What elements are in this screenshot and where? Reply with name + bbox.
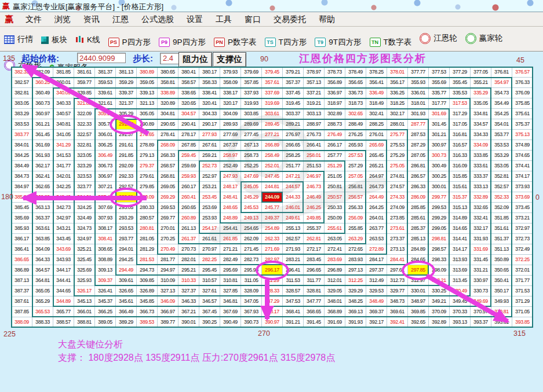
toolbar-item-T四方形[interactable]: TST四方形	[261, 31, 311, 54]
grid-cell: 312.73	[387, 276, 408, 286]
grid-cell: 326.17	[74, 286, 95, 296]
grid-cell: 328.57	[283, 286, 304, 296]
grid-cell: 370.09	[429, 307, 450, 317]
grid-cell: 300.97	[429, 140, 450, 151]
start-price-label: 起始价格:	[21, 53, 59, 64]
grid-cell: 305.05	[137, 109, 158, 119]
grid-cell: 250.57	[325, 192, 345, 203]
toolbar-item-9T四方形[interactable]: T99T四方形	[311, 31, 365, 54]
grid-cell: 303.85	[241, 109, 262, 119]
grid-cell: 312.25	[345, 276, 366, 286]
grid-cell: 392.65	[408, 317, 429, 328]
grid-cell: 313.69	[450, 265, 471, 276]
grid-cell: 310.81	[220, 276, 241, 286]
start-price-input[interactable]	[77, 53, 126, 63]
grid-cell: 382.81	[12, 88, 32, 98]
t-number-icon: TN	[370, 38, 381, 47]
menu-item-浏览[interactable]: 浏览	[48, 14, 77, 25]
grid-cell: 376.33	[512, 78, 533, 88]
menu-item-公式选股[interactable]: 公式选股	[135, 14, 180, 25]
toolbar-item-赢家轮[interactable]: 赢家轮	[461, 27, 507, 50]
grid-cell: 326.65	[116, 286, 137, 296]
grid-cell: 330.01	[408, 286, 429, 296]
footer-analysis-line: 支撑： 180度2928点 135度2911点 压力:270度2961点 315…	[58, 352, 335, 364]
grid-cell: 381.13	[116, 67, 137, 78]
grid-cell: 285.13	[408, 234, 429, 244]
grid-cell: 391.93	[345, 317, 366, 328]
grid-cell: 347.05	[241, 296, 262, 307]
grid-cell: 316.57	[450, 140, 471, 151]
support-button[interactable]: 支撑位	[213, 52, 246, 67]
grid-cell: 268.57	[158, 161, 178, 171]
grid-cell: 258.01	[304, 151, 325, 161]
toolbar-item-K线[interactable]: K线	[71, 28, 104, 52]
grid-cell: 308.17	[95, 224, 116, 234]
grid-cell: 247.69	[241, 171, 262, 182]
grid-cell: 319.21	[304, 98, 325, 109]
grid-cell: 244.81	[262, 182, 283, 192]
grid-cell: 371.29	[512, 296, 533, 307]
grid-cell: 317.05	[450, 119, 471, 130]
grid-cell: 356.65	[345, 78, 366, 88]
grid-cell: 267.37	[220, 140, 241, 151]
gann-wheel-icon	[420, 33, 431, 44]
grid-cell: 270.73	[178, 244, 199, 255]
grid-cell: 351.37	[491, 234, 512, 244]
grid-cell: 333.37	[471, 171, 491, 182]
menu-item-交易委托[interactable]: 交易委托	[267, 14, 312, 25]
menu-item-帮助[interactable]: 帮助	[312, 14, 341, 25]
grid-cell: 339.85	[74, 88, 95, 98]
grid-cell: 385.93	[12, 224, 32, 234]
grid-cell: 345.37	[95, 296, 116, 307]
grid-cell: 293.77	[116, 234, 137, 244]
toolbar-item-P四方形[interactable]: PSP四方形	[104, 31, 155, 54]
grid-cell: 384.01	[12, 140, 32, 151]
grid-cell: 358.09	[220, 78, 241, 88]
corner-label-225: 225	[3, 330, 16, 338]
grid-cell: 296.89	[325, 265, 345, 276]
grid-cell: 367.93	[241, 307, 262, 317]
grid-cell: 290.41	[178, 119, 199, 130]
grid-cell: 331.45	[471, 255, 491, 265]
grid-cell: 386.65	[12, 255, 32, 265]
grid-cell: 245.77	[262, 203, 283, 213]
grid-cell: 347.77	[304, 296, 325, 307]
menu-item-设置[interactable]: 设置	[180, 14, 209, 25]
toolbar-item-行情[interactable]: 行情	[0, 28, 37, 51]
grid-cell: 282.73	[241, 255, 262, 265]
grid-cell: 366.25	[95, 307, 116, 317]
grid-cell: 264.49	[366, 192, 387, 203]
corner-label-135: 135	[3, 54, 15, 63]
menu-item-资讯[interactable]: 资讯	[77, 14, 106, 25]
resistance-button[interactable]: 阻力位	[178, 52, 212, 67]
toolbar-label: 板块	[52, 35, 67, 45]
grid-cell: 342.25	[53, 182, 74, 192]
grid-cell: 265.45	[366, 151, 387, 161]
grid-cell: 365.53	[32, 307, 53, 317]
grid-cell: 271.93	[283, 244, 304, 255]
grid-cell: 279.85	[137, 182, 158, 192]
grid-cell: 322.33	[74, 119, 95, 130]
toolbar-item-P数字表[interactable]: PNP数字表	[210, 31, 261, 54]
grid-cell: 313.93	[450, 255, 471, 265]
menu-item-江恩[interactable]: 江恩	[106, 14, 135, 25]
grid-cell: 297.37	[366, 265, 387, 276]
toolbar-item-江恩轮[interactable]: 江恩轮	[416, 27, 461, 50]
grid-cell: 351.85	[491, 213, 512, 224]
toolbar-item-板块[interactable]: 板块	[37, 28, 71, 52]
grid-cell: 354.73	[491, 88, 512, 98]
grid-cell: 352.09	[491, 203, 512, 213]
grid-cell: 265.69	[366, 140, 387, 151]
menu-item-窗口[interactable]: 窗口	[238, 14, 267, 25]
menu-item-文件[interactable]: 文件	[19, 14, 48, 25]
toolbar-item-9P四方形[interactable]: P99P四方形	[155, 31, 210, 54]
grid-cell: 261.85	[220, 234, 241, 244]
toolbar-item-T数字表[interactable]: TNT数字表	[366, 31, 416, 54]
grid-cell: 248.41	[220, 192, 241, 203]
grid-cell: 339.13	[137, 88, 158, 98]
grid-cell: 311.05	[241, 276, 262, 286]
corner-label-45: 45	[516, 56, 524, 64]
grid-cell: 315.37	[450, 192, 471, 203]
grid-cell: 388.09	[12, 317, 32, 328]
menu-item-工具[interactable]: 工具	[209, 14, 238, 25]
